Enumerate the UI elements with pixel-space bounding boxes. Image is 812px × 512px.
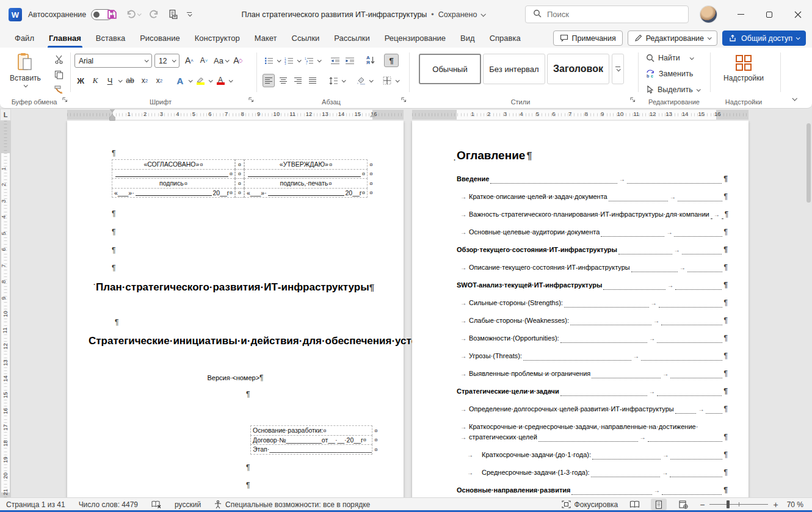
save-icon[interactable] (107, 9, 117, 20)
toc-entry[interactable]: →Краткосрочные·задачи·(до·1·года):→¶ (457, 450, 728, 460)
approval-left-cell[interactable]: «СОГЛАСОВАНО»¤ ¤ подпись¤ «___»·20__г¤ (112, 160, 235, 198)
print-layout-button[interactable] (651, 499, 667, 510)
sort-button[interactable]: АЯ (364, 54, 377, 67)
maximize-button[interactable] (755, 0, 784, 29)
shading-button[interactable] (355, 74, 367, 87)
zoom-slider-thumb[interactable] (727, 500, 730, 508)
document-main-title[interactable]: План·стратегического·развития·ИТ-инфраст… (95, 278, 375, 297)
toc-entry[interactable]: →Краткосрочные·и·среднесрочные·задачи,·н… (457, 422, 728, 431)
quick-print-icon[interactable] (168, 9, 178, 20)
underline-button[interactable]: Ч (104, 74, 116, 87)
font-name-combo[interactable]: Arial (74, 54, 152, 68)
toc-entry[interactable]: →Сильные·стороны·(Strengths):→¶ (457, 298, 728, 308)
basis-row[interactable]: Договор·№__________от__·__·20__г¤ (250, 435, 372, 445)
first-line-indent-marker[interactable] (110, 109, 115, 112)
zoom-out-button[interactable]: − (700, 500, 705, 510)
font-dialog-launcher[interactable] (248, 94, 254, 105)
toc-entry[interactable]: →Выявленные·проблемы·и·ограничения→¶ (457, 369, 728, 378)
ribbon-tab-9[interactable]: Вид (453, 29, 482, 48)
toc-heading[interactable]: Оглавление¶ (457, 149, 532, 162)
zoom-slider[interactable] (709, 504, 768, 505)
underline-chevron[interactable] (118, 78, 123, 82)
customize-qat-chevron[interactable] (187, 12, 192, 16)
toc-entry[interactable]: Введение→¶ (457, 175, 728, 184)
line-spacing-button[interactable] (327, 74, 339, 87)
page-1[interactable]: ¶ «СОГЛАСОВАНО»¤ ¤ подпись¤ «___»·20__г¤… (67, 121, 404, 497)
document-canvas[interactable]: 123456789101112131415161718192021 ¶ «СОГ… (0, 121, 812, 497)
select-button[interactable]: Выделить (646, 85, 700, 94)
ribbon-tab-6[interactable]: Ссылки (285, 29, 327, 48)
text-effects-button[interactable]: А (174, 74, 186, 87)
superscript-button[interactable]: x2 (153, 74, 165, 87)
toc-entry[interactable]: →Среднесрочные·задачи·(1-3·года):→¶ (457, 468, 728, 477)
minimize-button[interactable] (727, 0, 755, 29)
multilevel-chevron[interactable] (317, 58, 322, 62)
styles-more-button[interactable] (612, 54, 624, 84)
language-indicator[interactable]: русский (175, 500, 201, 509)
toc-entry[interactable]: Основные·направления·развития→¶ (457, 486, 728, 495)
zoom-control[interactable]: − + (700, 500, 778, 510)
font-color-button[interactable]: А (214, 74, 227, 87)
align-center-button[interactable] (277, 74, 289, 87)
toc-entry[interactable]: →Описание·текущего·состояния·ИТ-инфрастр… (457, 263, 728, 272)
bold-button[interactable]: Ж (74, 74, 87, 87)
toc-entry[interactable]: Стратегические·цели·и·задачи→¶ (457, 387, 728, 396)
focus-mode-button[interactable]: Фокусировка (562, 500, 618, 509)
highlight-chevron[interactable] (209, 78, 213, 82)
addins-button[interactable]: Надстройки (716, 54, 772, 82)
search-input[interactable] (547, 10, 657, 19)
avatar[interactable] (700, 6, 717, 23)
borders-chevron[interactable] (396, 78, 400, 82)
approval-right-cell[interactable]: «УТВЕРЖДАЮ»¤ ¤ подпись,·печать¤ «___»·20… (244, 160, 368, 198)
borders-button[interactable] (381, 74, 393, 87)
toc-entry[interactable]: SWOT-анализ·текущей·ИТ-инфраструктуры→¶ (457, 281, 728, 290)
proofing-status[interactable] (151, 500, 161, 508)
scrollbar-thumb[interactable] (807, 123, 811, 203)
ribbon-tab-8[interactable]: Рецензирование (377, 29, 453, 48)
replace-button[interactable]: bc Заменить (646, 70, 693, 78)
word-count[interactable]: Число слов: 4479 (79, 500, 138, 509)
close-button[interactable] (783, 0, 812, 29)
vertical-ruler[interactable]: 123456789101112131415161718192021 (0, 121, 11, 497)
version-line[interactable]: Версия·<номер>¶ (67, 373, 404, 382)
styles-dialog-launcher[interactable] (630, 94, 636, 105)
numbering-button[interactable]: 123 (283, 54, 295, 67)
clipboard-dialog-launcher[interactable] (62, 94, 68, 105)
collapse-ribbon-chevron[interactable] (792, 92, 796, 103)
toc-entry[interactable]: Обзор·текущего·состояния·ИТ-инфраструкту… (457, 245, 728, 254)
grow-font-button[interactable]: A˄ (183, 54, 195, 67)
word-logo-icon[interactable]: W (9, 8, 22, 21)
ribbon-tab-0[interactable]: Файл (7, 29, 42, 48)
bullets-chevron[interactable] (277, 58, 281, 62)
strikethrough-button[interactable]: ab (124, 74, 136, 87)
toc-entry[interactable]: →Основные·целевые·аудитории·документа→¶ (457, 228, 728, 237)
approval-table[interactable]: «СОГЛАСОВАНО»¤ ¤ подпись¤ «___»·20__г¤ ¤… (112, 160, 375, 198)
cut-button[interactable] (51, 52, 66, 66)
ribbon-tab-10[interactable]: Справка (482, 29, 528, 48)
ribbon-tab-4[interactable]: Конструктор (187, 29, 247, 48)
basis-table[interactable]: Основание·разработки:¤Договор·№_________… (250, 426, 380, 455)
highlight-button[interactable] (194, 74, 206, 87)
change-case-button[interactable]: Aa (212, 54, 230, 67)
style-card-2[interactable]: Заголовок (547, 54, 609, 84)
accessibility-status[interactable]: Специальные возможности: все в порядке (214, 500, 370, 509)
search-box[interactable] (525, 5, 689, 23)
title-chevron-icon[interactable] (481, 12, 486, 16)
horizontal-ruler-page2[interactable]: 12345678910111213141516 (412, 110, 749, 120)
style-card-1[interactable]: Без интервал (483, 54, 545, 84)
ribbon-tab-5[interactable]: Макет (247, 29, 285, 48)
document-title[interactable]: План стратегического развития ИТ-инфраст… (242, 10, 427, 19)
justify-button[interactable] (306, 74, 319, 87)
page-indicator[interactable]: Страница 1 из 41 (6, 500, 65, 509)
subscript-button[interactable]: x2 (139, 74, 151, 87)
show-marks-button[interactable]: ¶ (384, 54, 399, 67)
right-indent-marker[interactable] (370, 114, 375, 117)
multilevel-list-button[interactable]: 1ai (303, 54, 315, 67)
font-size-combo[interactable]: 12 (154, 54, 179, 68)
basis-row[interactable]: Основание·разработки:¤ (250, 425, 372, 436)
font-color-chevron[interactable] (229, 78, 233, 82)
ribbon-tab-2[interactable]: Вставка (89, 29, 132, 48)
zoom-level[interactable]: 70 % (787, 500, 803, 509)
copy-button[interactable] (51, 68, 66, 81)
clear-formatting-button[interactable]: A◇ (232, 54, 244, 67)
